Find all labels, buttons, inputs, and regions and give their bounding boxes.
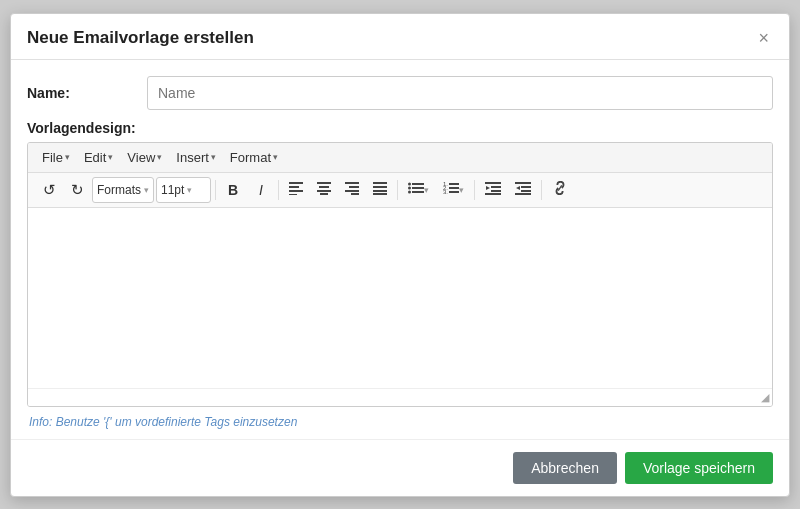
- svg-rect-10: [345, 190, 359, 192]
- editor-toolbar: ↺ ↻ Formats ▾ 11pt ▾ B I: [28, 173, 772, 208]
- svg-rect-7: [320, 193, 328, 195]
- svg-rect-23: [449, 183, 459, 185]
- svg-rect-5: [319, 186, 329, 188]
- svg-point-18: [408, 187, 411, 190]
- unordered-list-icon: [408, 181, 424, 198]
- svg-rect-9: [349, 186, 359, 188]
- svg-marker-32: [486, 186, 490, 190]
- align-left-icon: [289, 181, 303, 198]
- bold-button[interactable]: B: [220, 177, 246, 203]
- cancel-button[interactable]: Abbrechen: [513, 452, 617, 484]
- svg-point-20: [408, 191, 411, 194]
- svg-rect-33: [515, 182, 531, 184]
- menu-edit-chevron: ▾: [108, 152, 113, 162]
- svg-rect-36: [515, 193, 531, 195]
- ordered-list-chevron: ▾: [459, 185, 464, 195]
- svg-rect-25: [449, 187, 459, 189]
- close-button[interactable]: ×: [754, 28, 773, 49]
- redo-icon: ↻: [71, 181, 84, 199]
- dialog-title: Neue Emailvorlage erstellen: [27, 28, 254, 48]
- svg-rect-4: [317, 182, 331, 184]
- link-icon: [552, 181, 568, 198]
- svg-rect-12: [373, 182, 387, 184]
- editor-container: File ▾ Edit ▾ View ▾ Insert ▾ Format ▾: [27, 142, 773, 407]
- design-label: Vorlagendesign:: [27, 120, 773, 136]
- toolbar-separator-1: [215, 180, 216, 200]
- editor-resize-handle[interactable]: ◢: [28, 388, 772, 406]
- dialog-header: Neue Emailvorlage erstellen ×: [11, 14, 789, 60]
- svg-rect-35: [521, 190, 531, 192]
- svg-rect-21: [412, 191, 424, 193]
- formats-chevron: ▾: [144, 185, 149, 195]
- svg-point-16: [408, 183, 411, 186]
- svg-rect-30: [491, 190, 501, 192]
- fontsize-dropdown[interactable]: 11pt ▾: [156, 177, 211, 203]
- editor-menubar: File ▾ Edit ▾ View ▾ Insert ▾ Format ▾: [28, 143, 772, 173]
- redo-button[interactable]: ↻: [64, 177, 90, 203]
- undo-button[interactable]: ↺: [36, 177, 62, 203]
- name-row: Name:: [27, 76, 773, 110]
- ordered-list-icon: 1. 2. 3.: [443, 181, 459, 198]
- resize-icon: ◢: [761, 391, 769, 404]
- link-button[interactable]: [546, 177, 574, 203]
- svg-rect-31: [485, 193, 501, 195]
- menu-view-chevron: ▾: [157, 152, 162, 162]
- info-text: Info: Benutze '{' um vordefinierte Tags …: [27, 415, 773, 429]
- indent-button[interactable]: [509, 177, 537, 203]
- toolbar-separator-2: [278, 180, 279, 200]
- svg-rect-14: [373, 190, 387, 192]
- menu-file-chevron: ▾: [65, 152, 70, 162]
- menu-file[interactable]: File ▾: [36, 147, 76, 168]
- align-justify-button[interactable]: [367, 177, 393, 203]
- name-input[interactable]: [147, 76, 773, 110]
- italic-button[interactable]: I: [248, 177, 274, 203]
- menu-edit-label: Edit: [84, 150, 106, 165]
- unordered-list-button[interactable]: ▾: [402, 177, 435, 203]
- align-justify-icon: [373, 181, 387, 198]
- toolbar-separator-3: [397, 180, 398, 200]
- dialog-footer: Abbrechen Vorlage speichern: [11, 439, 789, 496]
- svg-rect-11: [351, 193, 359, 195]
- formats-label: Formats: [97, 183, 141, 197]
- svg-rect-27: [449, 191, 459, 193]
- fontsize-label: 11pt: [161, 183, 184, 197]
- outdent-button[interactable]: [479, 177, 507, 203]
- svg-marker-37: [516, 186, 520, 190]
- svg-rect-6: [317, 190, 331, 192]
- menu-insert-label: Insert: [176, 150, 209, 165]
- align-right-icon: [345, 181, 359, 198]
- align-right-button[interactable]: [339, 177, 365, 203]
- menu-file-label: File: [42, 150, 63, 165]
- align-center-button[interactable]: [311, 177, 337, 203]
- svg-rect-28: [485, 182, 501, 184]
- svg-rect-0: [289, 182, 303, 184]
- menu-insert[interactable]: Insert ▾: [170, 147, 222, 168]
- editor-content-area[interactable]: [28, 208, 772, 388]
- svg-rect-29: [491, 186, 501, 188]
- svg-rect-15: [373, 193, 387, 195]
- dialog-body: Name: Vorlagendesign: File ▾ Edit ▾ View…: [11, 60, 789, 439]
- align-left-button[interactable]: [283, 177, 309, 203]
- indent-icon: [515, 181, 531, 198]
- menu-format-label: Format: [230, 150, 271, 165]
- create-email-template-dialog: Neue Emailvorlage erstellen × Name: Vorl…: [10, 13, 790, 497]
- formats-dropdown[interactable]: Formats ▾: [92, 177, 154, 203]
- menu-insert-chevron: ▾: [211, 152, 216, 162]
- ordered-list-button[interactable]: 1. 2. 3. ▾: [437, 177, 470, 203]
- svg-rect-8: [345, 182, 359, 184]
- align-center-icon: [317, 181, 331, 198]
- italic-icon: I: [259, 182, 263, 198]
- save-button[interactable]: Vorlage speichern: [625, 452, 773, 484]
- outdent-icon: [485, 181, 501, 198]
- svg-rect-3: [289, 194, 297, 195]
- svg-text:3.: 3.: [443, 189, 448, 195]
- unordered-list-chevron: ▾: [424, 185, 429, 195]
- svg-line-38: [558, 185, 562, 190]
- menu-view[interactable]: View ▾: [121, 147, 168, 168]
- menu-edit[interactable]: Edit ▾: [78, 147, 119, 168]
- menu-view-label: View: [127, 150, 155, 165]
- svg-rect-34: [521, 186, 531, 188]
- menu-format[interactable]: Format ▾: [224, 147, 284, 168]
- svg-rect-1: [289, 186, 299, 188]
- svg-rect-2: [289, 190, 303, 192]
